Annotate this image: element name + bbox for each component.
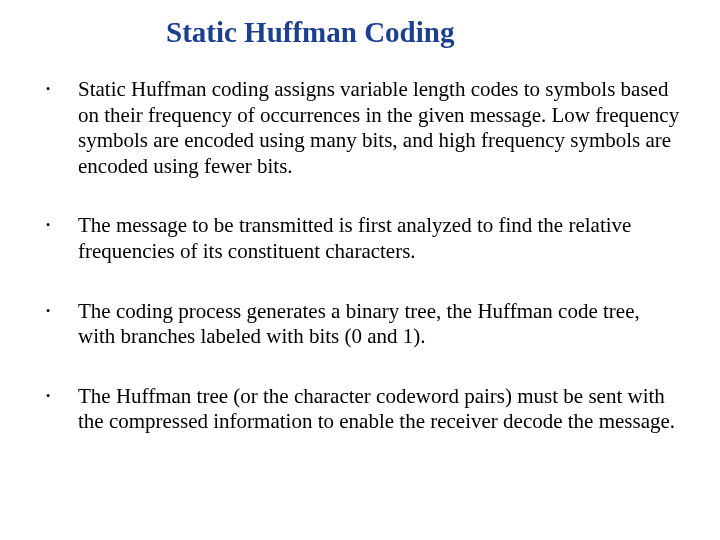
list-item: The message to be transmitted is first a…: [40, 213, 680, 264]
list-item: The Huffman tree (or the character codew…: [40, 384, 680, 435]
slide: Static Huffman Coding Static Huffman cod…: [0, 0, 720, 540]
list-item: Static Huffman coding assigns variable l…: [40, 77, 680, 179]
slide-title: Static Huffman Coding: [166, 16, 680, 49]
bullet-list: Static Huffman coding assigns variable l…: [40, 77, 680, 435]
list-item: The coding process generates a binary tr…: [40, 299, 680, 350]
